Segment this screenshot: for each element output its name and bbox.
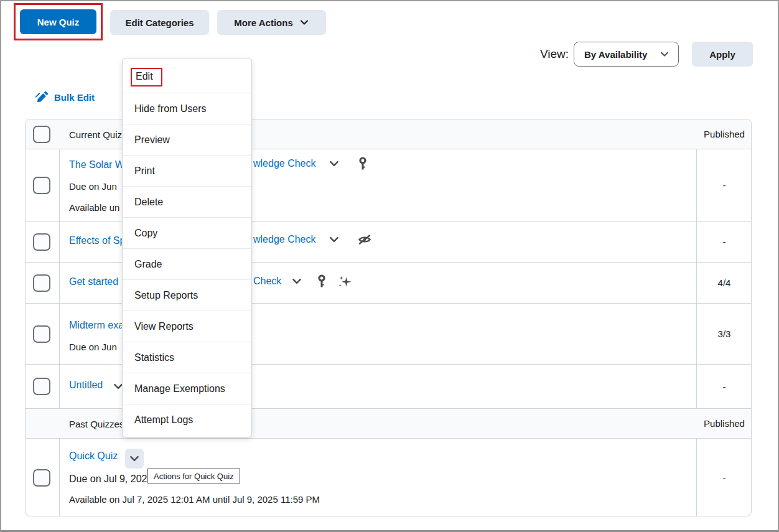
quiz-title-link[interactable]: Quick Quiz	[69, 450, 118, 462]
published-count: -	[696, 365, 752, 408]
quiz-title-link[interactable]: The Solar W	[69, 159, 124, 170]
annotation-highlight-new-quiz: New Quiz	[14, 3, 103, 40]
quiz-title-link[interactable]: Check	[253, 276, 281, 287]
published-count: 4/4	[696, 263, 752, 303]
current-quizzes-header-label: Current Quizz	[69, 129, 127, 139]
sparkles-icon	[337, 274, 352, 289]
menu-item-hide-from-users[interactable]: Hide from Users	[123, 93, 251, 124]
menu-item-view-reports[interactable]: View Reports	[123, 310, 251, 342]
bulk-edit-label: Bulk Edit	[54, 92, 95, 103]
actions-tooltip: Actions for Quick Quiz	[147, 469, 240, 483]
view-select-value: By Availability	[584, 49, 647, 60]
quiz-title-link[interactable]: Effects of Sp	[69, 235, 125, 246]
menu-item-delete[interactable]: Delete	[123, 186, 251, 217]
quiz-availability: Available on Jul 7, 2025 12:01 AM until …	[69, 494, 320, 505]
menu-item-attempt-logs[interactable]: Attempt Logs	[123, 404, 251, 435]
menu-item-preview[interactable]: Preview	[123, 124, 251, 155]
more-actions-button[interactable]: More Actions	[217, 10, 326, 35]
annotation-highlight-edit: Edit	[131, 68, 162, 86]
hidden-eye-icon	[357, 233, 372, 246]
quiz-title-link[interactable]: Untitled	[69, 380, 103, 391]
menu-item-manage-exemptions[interactable]: Manage Exemptions	[123, 373, 251, 404]
more-actions-label: More Actions	[234, 17, 292, 28]
row-checkbox[interactable]	[33, 469, 50, 487]
quiz-title-link[interactable]: wledge Check	[253, 234, 316, 245]
new-quiz-button[interactable]: New Quiz	[20, 9, 96, 34]
key-icon	[357, 157, 368, 170]
view-select[interactable]: By Availability	[574, 42, 679, 67]
menu-item-setup-reports[interactable]: Setup Reports	[123, 279, 251, 310]
published-count: -	[696, 222, 752, 262]
published-count: -	[696, 149, 752, 221]
published-count: -	[696, 439, 752, 516]
row-checkbox[interactable]	[33, 378, 50, 395]
published-count: 3/3	[696, 304, 752, 364]
past-quizzes-header-label: Past Quizzes	[69, 418, 124, 429]
row-checkbox[interactable]	[33, 325, 50, 343]
quiz-title-right-fragment: wledge Check	[253, 233, 372, 246]
published-header-label: Published	[696, 409, 752, 438]
quiz-availability: Available un	[69, 202, 119, 213]
menu-item-edit[interactable]: Edit	[123, 62, 251, 93]
chevron-down-icon	[660, 49, 669, 59]
chevron-down-icon[interactable]	[329, 234, 340, 245]
select-all-checkbox[interactable]	[33, 126, 50, 143]
quiz-due-date: Due on Jul 9, 202	[69, 474, 147, 485]
quiz-actions-button[interactable]	[125, 449, 144, 469]
quiz-title-link[interactable]: Midterm exa	[69, 320, 124, 331]
quiz-title-right-fragment: wledge Check	[253, 157, 368, 170]
menu-item-copy[interactable]: Copy	[123, 217, 251, 248]
chevron-down-icon	[129, 453, 140, 464]
menu-item-statistics[interactable]: Statistics	[123, 342, 251, 373]
chevron-down-icon	[299, 17, 309, 27]
table-row: Quick Quiz Actions for Quick Quiz Due on…	[26, 438, 751, 516]
view-label: View:	[540, 47, 569, 61]
quiz-title-link[interactable]: wledge Check	[253, 158, 316, 169]
pencil-icon	[35, 91, 49, 104]
quiz-title-right-fragment: Check	[253, 274, 352, 289]
apply-button[interactable]: Apply	[692, 42, 753, 67]
row-checkbox[interactable]	[33, 274, 50, 292]
menu-item-grade[interactable]: Grade	[123, 248, 251, 279]
menu-item-print[interactable]: Print	[123, 155, 251, 186]
row-checkbox[interactable]	[33, 177, 50, 194]
quiz-title-link[interactable]: Get started	[69, 276, 118, 287]
quiz-due-date: Due on Jun	[69, 342, 117, 352]
quiz-due-date: Due on Jun	[69, 181, 117, 192]
quiz-context-menu: Edit Hide from Users Preview Print Delet…	[122, 58, 252, 437]
key-icon	[316, 274, 327, 288]
published-header-label: Published	[696, 119, 752, 149]
chevron-down-icon[interactable]	[291, 276, 302, 287]
edit-categories-button[interactable]: Edit Categories	[110, 10, 209, 35]
chevron-down-icon[interactable]	[329, 158, 340, 169]
row-checkbox[interactable]	[33, 233, 50, 251]
bulk-edit-link[interactable]: Bulk Edit	[35, 91, 95, 104]
